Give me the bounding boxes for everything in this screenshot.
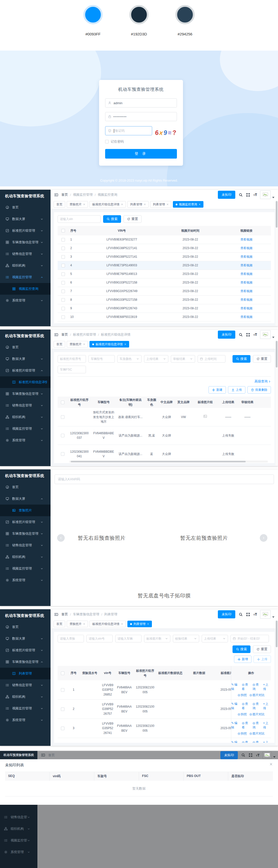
captcha-input[interactable]: | 验证码 (105, 126, 152, 135)
row-checkbox[interactable] (61, 726, 64, 730)
上传-button[interactable]: 上传 (253, 656, 271, 663)
untraced-badge-button[interactable]: 未拓印 (218, 331, 235, 339)
row-checkbox[interactable] (61, 247, 65, 250)
search-button[interactable]: 搜索 (233, 355, 250, 363)
menu-fold-icon[interactable] (54, 193, 58, 197)
sidebar-item[interactable]: 首页 (0, 621, 50, 633)
row-checkbox[interactable] (61, 272, 65, 276)
tab-标准照片组信息详情[interactable]: 标准照片组信息详情 (90, 201, 126, 208)
caret-down-icon[interactable] (272, 337, 274, 338)
row-checkbox[interactable] (61, 307, 65, 310)
breadcrumb-item[interactable]: 首页 (61, 332, 68, 337)
view-video-link[interactable]: 查看视频 (222, 314, 271, 320)
tab-列表管理[interactable]: 列表管理 (127, 201, 149, 208)
tab-查验照片[interactable]: 查验照片 (67, 621, 88, 627)
op-查看[interactable]: ◎查看 (242, 740, 250, 743)
sidebar-item[interactable]: 首页 (0, 202, 50, 213)
op-拍照[interactable]: ◎拍照 (238, 712, 247, 716)
view-video-link[interactable]: 查看视频 (222, 305, 271, 312)
font-size-icon[interactable]: TT (256, 753, 259, 757)
search-icon[interactable] (239, 333, 243, 337)
row-checkbox[interactable] (61, 401, 64, 404)
close-icon[interactable] (167, 203, 169, 205)
view-video-link[interactable]: 查看视频 (222, 253, 271, 260)
advanced-query-link[interactable]: 高级查询 (254, 379, 271, 384)
row-checkbox[interactable] (61, 315, 65, 319)
close-icon[interactable] (121, 203, 123, 205)
op-查看[interactable]: ◎查看 (242, 702, 250, 710)
menu-fold-icon[interactable] (41, 753, 45, 757)
op-上传[interactable]: +上传 (263, 702, 271, 710)
font-size-icon[interactable]: TT (253, 333, 257, 337)
fullscreen-icon[interactable] (246, 613, 250, 616)
sidebar-item[interactable]: 数据大屏 (0, 493, 50, 504)
filter-select[interactable]: 审核结果 (171, 355, 195, 363)
row-checkbox[interactable] (61, 452, 64, 456)
sidebar-item[interactable]: 组织机构 (0, 691, 50, 703)
sidebar-item[interactable]: 标准照片组管理 (0, 225, 50, 237)
op-查询[interactable]: ◎查询 (252, 683, 261, 691)
filter-input[interactable]: 车辆FSC (58, 366, 86, 373)
tab-标准照片组信息详情[interactable]: 标准照片组信息详情 (90, 621, 126, 627)
row-checkbox[interactable] (61, 298, 65, 302)
op-编辑[interactable]: ✎编辑 (231, 683, 240, 691)
批量删除-button[interactable]: 批量删除 (247, 386, 271, 394)
scrollbar-thumb[interactable] (276, 621, 277, 647)
login-button[interactable]: 登 录 (105, 149, 177, 159)
row-checkbox[interactable] (61, 707, 64, 711)
view-video-link[interactable]: 查看视频 (222, 297, 271, 303)
op-上传[interactable]: +上传 (263, 740, 271, 743)
op-图片对比[interactable]: ◎图片对比 (249, 712, 265, 716)
filter-select[interactable]: 校验结果 (173, 635, 199, 642)
kanr-search-input[interactable]: 请输入KANR码 (55, 474, 274, 484)
close-icon[interactable] (83, 343, 85, 345)
breadcrumb-item[interactable]: 首页 (61, 192, 68, 197)
op-查询[interactable]: ◎查询 (252, 702, 261, 710)
sidebar-item[interactable]: 组织机构 (0, 411, 50, 423)
close-icon[interactable] (270, 763, 272, 766)
sidebar-item[interactable]: 视频监控管理 (0, 271, 50, 283)
username-field[interactable]: admin (105, 98, 177, 107)
op-编辑[interactable]: ✎编辑 (231, 702, 240, 710)
close-icon[interactable] (144, 203, 146, 205)
row-checkbox[interactable] (61, 434, 64, 437)
caret-down-icon[interactable] (272, 616, 274, 618)
sidebar-item[interactable]: 列表管理 (0, 668, 50, 679)
sidebar-item[interactable]: 销售信息管理 (0, 400, 50, 411)
sidebar-item[interactable]: 首页 (0, 481, 50, 493)
filter-select[interactable]: 标准图片数 (144, 635, 170, 642)
caret-down-icon[interactable] (272, 197, 274, 198)
tab-查验照片[interactable]: 查验照片 (67, 201, 88, 208)
filter-input[interactable]: 请输入vin (58, 215, 101, 223)
op-编辑[interactable]: ✎编辑 (231, 721, 240, 730)
reset-button[interactable]: 重置 (253, 645, 271, 653)
sidebar-item[interactable]: 系统管理 (0, 575, 50, 586)
image-icon[interactable] (203, 414, 207, 418)
row-checkbox[interactable] (61, 415, 64, 419)
filter-input[interactable]: 请输入车辆 (115, 635, 142, 642)
sidebar-item[interactable]: 车辆查验信息管理 (0, 388, 50, 400)
sidebar-item[interactable]: 组织机构 (0, 551, 50, 563)
sidebar-item[interactable]: 数据大屏 (0, 213, 50, 225)
op-查询[interactable]: ◎查询 (252, 740, 261, 743)
row-checkbox[interactable] (61, 264, 65, 267)
sidebar-item[interactable]: 销售信息管理 (0, 679, 50, 691)
sidebar-item[interactable]: 数据大屏 (0, 353, 50, 365)
sidebar-item[interactable]: 标准照片组管理 (0, 644, 50, 656)
op-图片对比[interactable]: ◎图片对比 (249, 732, 265, 736)
user-avatar[interactable] (260, 330, 271, 339)
op-查看[interactable]: ◎查看 (242, 683, 250, 691)
row-checkbox[interactable] (61, 672, 64, 675)
新增-button[interactable]: 新增 (234, 656, 251, 663)
tab-查验照片[interactable]: 查验照片 (67, 341, 88, 347)
sidebar-item[interactable]: 视频监控管理 (0, 423, 50, 435)
fullscreen-icon[interactable] (246, 193, 250, 197)
user-avatar[interactable] (263, 752, 272, 759)
view-video-link[interactable]: 查看视频 (222, 288, 271, 294)
breadcrumb-item[interactable]: 视频监控管理 (73, 192, 93, 197)
font-size-icon[interactable]: TT (253, 612, 257, 616)
view-video-link[interactable]: 查看视频 (222, 236, 271, 243)
close-icon[interactable] (83, 203, 85, 205)
remember-checkbox[interactable] (105, 140, 109, 144)
close-icon[interactable] (147, 623, 149, 625)
